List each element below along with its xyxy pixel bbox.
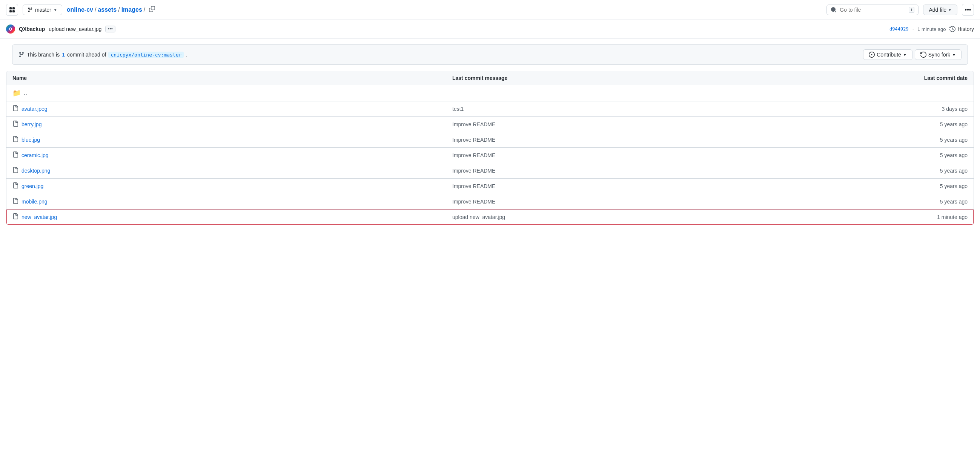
commit-time: 1 minute ago xyxy=(917,26,946,32)
table-row: 📁 .. xyxy=(6,85,974,101)
commit-date-cell: 1 minute ago xyxy=(892,214,967,220)
repo-ref: cnicpyx/online-cv:master xyxy=(108,52,184,58)
branch-banner-ahead-text: commit ahead of xyxy=(67,52,107,58)
branch-banner-wrapper: This branch is 1 commit ahead of cnicpyx… xyxy=(0,44,980,65)
commit-expand-button[interactable]: ••• xyxy=(105,25,115,32)
top-nav: master ▼ online-cv / assets / images / t… xyxy=(0,0,980,20)
search-input[interactable] xyxy=(840,7,906,13)
more-options-button[interactable]: ••• xyxy=(962,4,974,16)
branch-name: master xyxy=(35,7,51,13)
file-name-cell: berry.jpg xyxy=(13,120,452,128)
commit-separator: · xyxy=(913,26,914,32)
file-rows-container: 📁 .. avatar.jpeg test1 3 days ago xyxy=(6,85,974,225)
file-name-link[interactable]: ceramic.jpg xyxy=(22,152,49,158)
table-row: green.jpg Improve README 5 years ago xyxy=(6,179,974,194)
breadcrumb-assets-link[interactable]: assets xyxy=(98,6,116,13)
add-file-button[interactable]: Add file ▼ xyxy=(923,5,958,15)
commit-message-cell: Improve README xyxy=(452,168,892,174)
commit-message-cell: upload new_avatar.jpg xyxy=(452,214,892,220)
avatar: Q xyxy=(6,24,15,33)
table-row: mobile.png Improve README 5 years ago xyxy=(6,194,974,209)
file-name-cell: 📁 .. xyxy=(13,89,452,97)
folder-icon: 📁 xyxy=(13,89,21,97)
col-message: Last commit message xyxy=(452,75,892,81)
file-name-cell: new_avatar.jpg xyxy=(13,213,452,221)
file-name-link[interactable]: berry.jpg xyxy=(22,121,41,127)
table-row: blue.jpg Improve README 5 years ago xyxy=(6,132,974,148)
contribute-button[interactable]: Contribute ▼ xyxy=(863,49,913,60)
branch-banner-prefix: This branch is xyxy=(27,52,60,58)
commit-date-cell: 5 years ago xyxy=(892,137,967,143)
search-shortcut: t xyxy=(909,7,914,13)
commit-message-cell: Improve README xyxy=(452,152,892,158)
file-name-link[interactable]: new_avatar.jpg xyxy=(22,214,57,220)
file-name-link[interactable]: desktop.png xyxy=(22,168,50,174)
file-icon xyxy=(13,152,19,159)
breadcrumb-sep-1: / xyxy=(95,6,96,13)
commit-date-cell: 5 years ago xyxy=(892,121,967,127)
table-row: desktop.png Improve README 5 years ago xyxy=(6,163,974,179)
file-name-link[interactable]: blue.jpg xyxy=(22,137,40,143)
sync-fork-button[interactable]: Sync fork ▼ xyxy=(915,49,961,60)
file-name-cell: blue.jpg xyxy=(13,136,452,144)
commit-message-cell: Improve README xyxy=(452,137,892,143)
file-name-link[interactable]: avatar.jpeg xyxy=(22,106,48,112)
branch-selector[interactable]: master ▼ xyxy=(22,5,62,15)
file-icon xyxy=(13,167,19,174)
file-name-cell: green.jpg xyxy=(13,182,452,190)
file-name-link[interactable]: mobile.png xyxy=(22,199,48,204)
file-table-header: Name Last commit message Last commit dat… xyxy=(6,71,974,85)
file-icon xyxy=(13,213,19,221)
commit-date-cell: 5 years ago xyxy=(892,168,967,174)
breadcrumb-repo-link[interactable]: online-cv xyxy=(67,6,93,13)
breadcrumb-sep-2: / xyxy=(118,6,119,13)
breadcrumb-images-link[interactable]: images xyxy=(121,6,142,13)
breadcrumb: online-cv / assets / images / xyxy=(67,5,158,14)
parent-dir-link[interactable]: .. xyxy=(24,90,27,97)
ellipsis-icon: ••• xyxy=(965,6,971,13)
col-date: Last commit date xyxy=(892,75,967,81)
file-icon xyxy=(13,198,19,205)
file-icon xyxy=(13,136,19,144)
breadcrumb-sep-3: / xyxy=(144,6,145,13)
go-to-file-search[interactable]: t xyxy=(826,5,918,15)
table-row: ceramic.jpg Improve README 5 years ago xyxy=(6,148,974,163)
commit-message: upload new_avatar.jpg xyxy=(49,26,102,32)
commit-date-cell: 5 years ago xyxy=(892,152,967,158)
chevron-down-icon: ▼ xyxy=(54,8,57,12)
commit-date-cell: 5 years ago xyxy=(892,199,967,204)
history-button[interactable]: History xyxy=(950,26,974,32)
branch-banner-suffix: . xyxy=(186,52,188,58)
file-name-cell: mobile.png xyxy=(13,198,452,205)
col-name: Name xyxy=(13,75,452,81)
file-icon xyxy=(13,105,19,112)
commit-date-cell: 5 years ago xyxy=(892,183,967,189)
history-label: History xyxy=(958,26,974,32)
file-table: Name Last commit message Last commit dat… xyxy=(6,71,974,225)
commit-date-cell: 3 days ago xyxy=(892,106,967,112)
ahead-count: 1 xyxy=(62,52,65,58)
commit-message-cell: Improve README xyxy=(452,121,892,127)
file-name-cell: avatar.jpeg xyxy=(13,105,452,112)
branch-banner: This branch is 1 commit ahead of cnicpyx… xyxy=(12,44,968,65)
contribute-label: Contribute xyxy=(877,52,901,58)
commit-hash-link[interactable]: d944929 xyxy=(889,26,909,32)
file-name-cell: ceramic.jpg xyxy=(13,152,452,159)
table-row: berry.jpg Improve README 5 years ago xyxy=(6,117,974,132)
contribute-chevron-icon: ▼ xyxy=(903,53,907,57)
add-file-label: Add file xyxy=(929,7,947,13)
commit-message-cell: test1 xyxy=(452,106,892,112)
file-name-cell: desktop.png xyxy=(13,167,452,174)
sync-fork-label: Sync fork xyxy=(928,52,950,58)
table-row: new_avatar.jpg upload new_avatar.jpg 1 m… xyxy=(6,209,974,225)
commit-bar: Q QXbackup upload new_avatar.jpg ••• d94… xyxy=(0,20,980,38)
commit-message-cell: Improve README xyxy=(452,199,892,204)
ahead-count-link[interactable]: 1 xyxy=(62,52,65,58)
file-icon xyxy=(13,120,19,128)
sync-fork-chevron-icon: ▼ xyxy=(952,53,956,57)
commit-user[interactable]: QXbackup xyxy=(19,26,45,32)
file-icon xyxy=(13,182,19,190)
file-name-link[interactable]: green.jpg xyxy=(22,183,43,189)
copy-path-button[interactable] xyxy=(147,5,157,14)
sidebar-toggle-button[interactable] xyxy=(6,4,18,16)
